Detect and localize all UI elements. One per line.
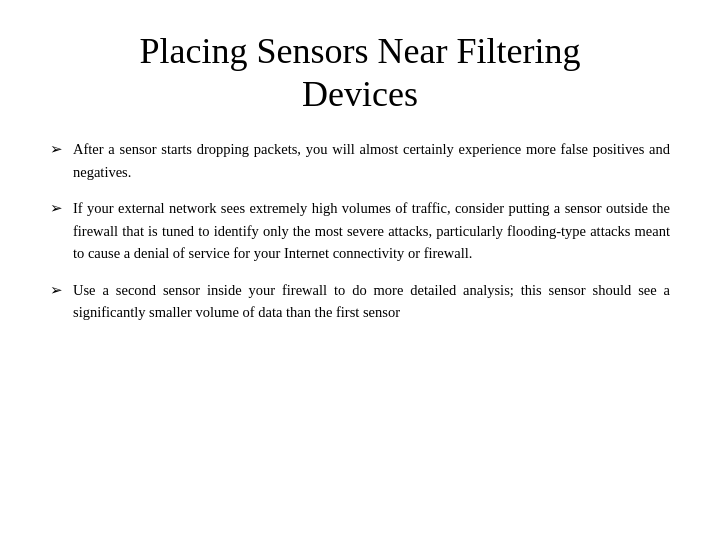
bullet-text-2: If your external network sees extremely … (73, 197, 670, 264)
list-item: ➢ If your external network sees extremel… (50, 197, 670, 264)
bullet-arrow-1: ➢ (50, 138, 63, 160)
bullet-arrow-3: ➢ (50, 279, 63, 301)
title-line2: Devices (50, 73, 670, 116)
bullet-text-3: Use a second sensor inside your firewall… (73, 279, 670, 324)
bullet-arrow-2: ➢ (50, 197, 63, 219)
bullet-list: ➢ After a sensor starts dropping packets… (50, 138, 670, 323)
title-line1: Placing Sensors Near Filtering (50, 30, 670, 73)
page: Placing Sensors Near Filtering Devices ➢… (0, 0, 720, 540)
list-item: ➢ Use a second sensor inside your firewa… (50, 279, 670, 324)
list-item: ➢ After a sensor starts dropping packets… (50, 138, 670, 183)
title-block: Placing Sensors Near Filtering Devices (50, 30, 670, 116)
bullet-text-1: After a sensor starts dropping packets, … (73, 138, 670, 183)
